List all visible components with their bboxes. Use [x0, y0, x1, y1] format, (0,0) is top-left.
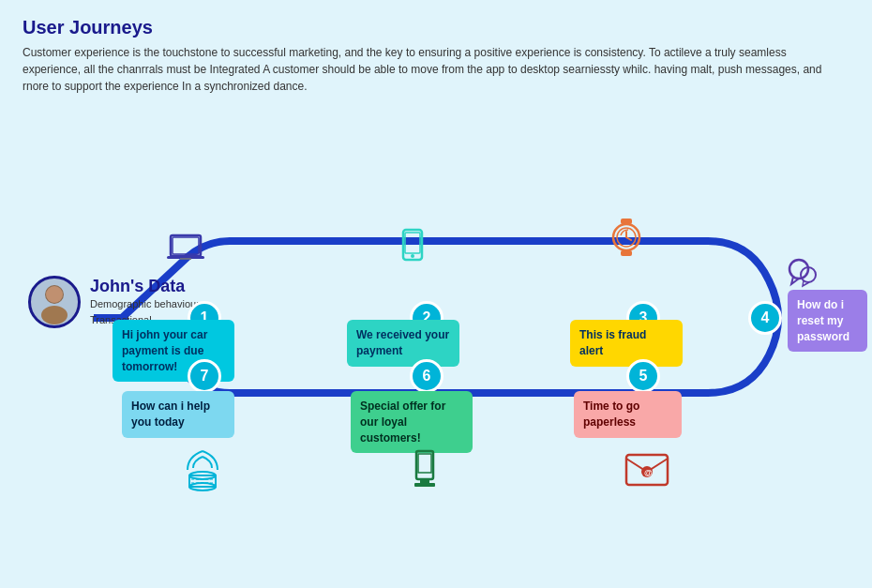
email-icon: @ [623, 449, 671, 490]
message-node4: How do i reset my password [788, 290, 867, 352]
phone-icon-box [390, 222, 435, 271]
svg-point-9 [411, 254, 414, 258]
svg-rect-24 [189, 475, 216, 487]
laptop-icon [163, 224, 208, 269]
watch-icon [604, 215, 649, 260]
svg-rect-22 [414, 483, 435, 487]
svg-rect-3 [171, 235, 201, 256]
svg-rect-8 [405, 233, 420, 253]
node-4: 4 [748, 301, 782, 335]
header-description: Customer experience is the touchstone to… [23, 44, 829, 95]
svg-text:@: @ [644, 468, 653, 477]
johns-detail1: Demographic behaviour [90, 296, 200, 312]
kiosk-icon [401, 447, 448, 494]
svg-point-14 [789, 260, 808, 279]
svg-point-2 [46, 286, 63, 303]
node-5: 5 [626, 359, 660, 393]
johns-name: John's Data [90, 277, 200, 296]
journey-diagram: John's Data Demographic behaviour Transa… [0, 102, 872, 505]
phone-icon [390, 222, 435, 267]
laptop-icon-box [163, 224, 208, 273]
email-icon-box: @ [623, 449, 671, 494]
node-6: 6 [410, 359, 444, 393]
page-title: User Journeys [23, 17, 849, 38]
header-section: User Journeys Customer experience is the… [0, 0, 872, 102]
node-7: 7 [188, 359, 221, 393]
svg-rect-21 [420, 479, 429, 483]
avatar [28, 276, 81, 328]
database-icon-box [178, 447, 227, 498]
message-node6: Special offer for our loyal customers! [351, 391, 473, 453]
message-node7: How can i help you today [122, 391, 234, 438]
database-icon [178, 447, 227, 494]
watch-icon-box [604, 215, 649, 264]
svg-point-1 [41, 306, 68, 324]
kiosk-icon-box [401, 447, 448, 498]
message-node3: This is fraud alert [570, 320, 683, 367]
message-node2: We received your payment [347, 320, 459, 367]
svg-rect-4 [173, 237, 199, 254]
message-node5: Time to go paperless [574, 391, 682, 438]
svg-rect-20 [418, 454, 431, 473]
